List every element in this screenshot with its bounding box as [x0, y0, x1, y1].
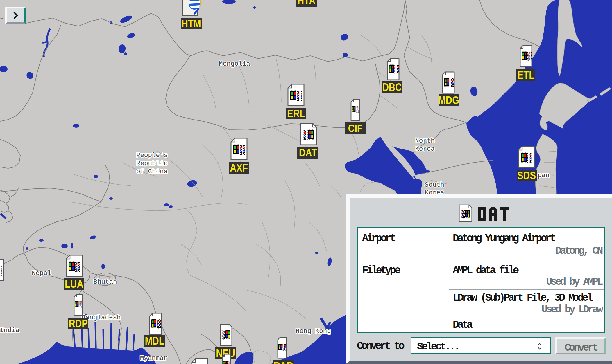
svg-text:Republic: Republic [136, 160, 168, 167]
svg-text:Myanmar: Myanmar [140, 354, 168, 362]
svg-text:Mongolia: Mongolia [219, 60, 250, 68]
svg-text:Korea: Korea [415, 145, 435, 153]
svg-text:Bhutan: Bhutan [93, 278, 117, 286]
svg-text:South: South [425, 181, 444, 189]
svg-text:Nepal: Nepal [32, 269, 51, 277]
svg-text:of China: of China [136, 168, 168, 175]
svg-text:India: India [0, 327, 19, 334]
svg-text:People's: People's [136, 152, 168, 159]
svg-text:Hong Kong: Hong Kong [296, 327, 331, 335]
svg-text:North: North [415, 137, 435, 145]
